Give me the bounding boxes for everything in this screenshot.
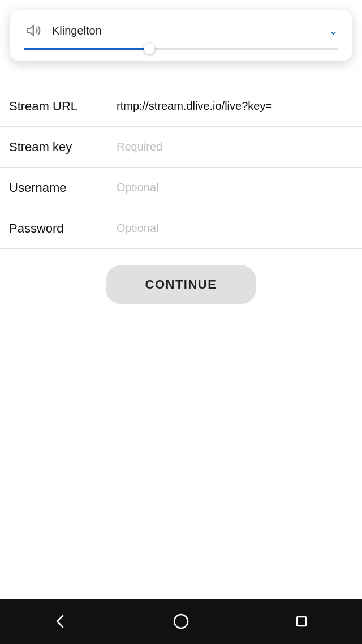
password-label: Password <box>9 221 117 236</box>
nav-bar <box>0 599 362 644</box>
stream-url-label: Stream URL <box>9 99 117 114</box>
continue-button-wrapper: CONTINUE <box>0 265 362 304</box>
username-input[interactable] <box>117 181 353 194</box>
stream-key-label: Stream key <box>9 140 117 154</box>
password-row: Password <box>0 208 362 249</box>
stream-url-row: Stream URL rtmp://stream.dlive.io/live?k… <box>0 86 362 127</box>
svg-marker-0 <box>27 26 33 35</box>
chevron-down-icon[interactable]: ⌄ <box>328 23 338 38</box>
stream-key-row: Stream key <box>0 127 362 168</box>
volume-slider-fill <box>24 48 149 50</box>
username-row: Username <box>0 168 362 208</box>
home-button[interactable] <box>164 604 198 638</box>
volume-card: Klingelton ⌄ <box>10 10 352 61</box>
continue-button[interactable]: CONTINUE <box>106 265 257 304</box>
svg-point-1 <box>174 615 188 628</box>
speaker-icon <box>24 20 44 41</box>
svg-rect-2 <box>297 617 306 626</box>
username-label: Username <box>9 181 117 195</box>
volume-slider-track[interactable] <box>24 48 338 50</box>
password-input[interactable] <box>117 222 353 235</box>
recents-button[interactable] <box>285 604 318 638</box>
back-button[interactable] <box>44 604 77 638</box>
volume-title: Klingelton <box>52 24 102 37</box>
stream-url-value: rtmp://stream.dlive.io/live?key= <box>117 100 353 113</box>
form-area: Stream URL rtmp://stream.dlive.io/live?k… <box>0 86 362 599</box>
stream-key-input[interactable] <box>117 140 353 153</box>
volume-slider-thumb[interactable] <box>144 43 155 54</box>
